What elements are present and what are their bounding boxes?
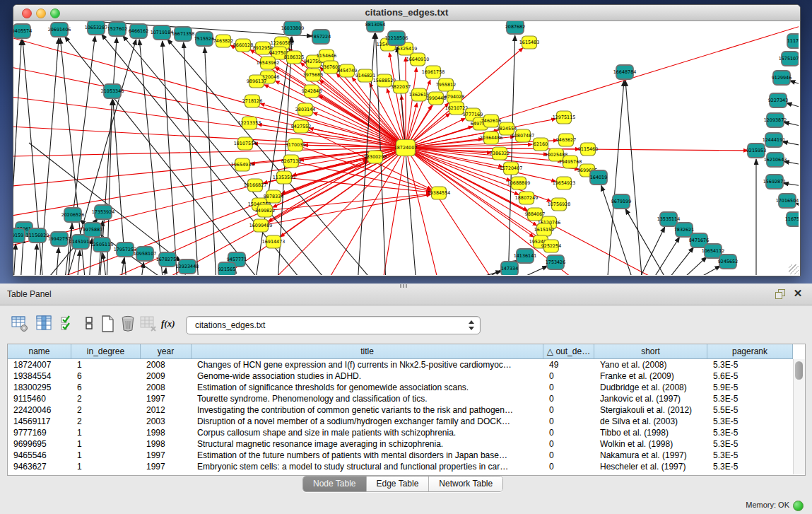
column-header-short[interactable]: short — [594, 344, 707, 358]
column-header-out_de[interactable]: △ out_de… — [543, 344, 594, 358]
graph-node[interactable]: 8267130 — [281, 155, 301, 168]
graph-node[interactable]: 147334 — [501, 262, 518, 275]
new-table-icon[interactable] — [99, 315, 117, 333]
graph-node[interactable]: 16648784 — [613, 65, 637, 79]
table-row[interactable]: 977716911998Corpus callosum shape and si… — [8, 427, 793, 438]
column-header-pagerank[interactable]: pagerank — [707, 344, 793, 358]
column-header-title[interactable]: title — [192, 344, 543, 358]
graph-node[interactable]: 16914473 — [262, 235, 286, 248]
graph-node[interactable]: 9129946 — [772, 71, 792, 85]
graph-node[interactable]: 18724007 — [394, 140, 418, 156]
graph-node[interactable]: 3975685 — [303, 69, 323, 81]
graph-node[interactable]: 1527602 — [107, 22, 127, 36]
graph-node[interactable]: 12213353 — [238, 117, 261, 129]
row-height-icon[interactable] — [81, 315, 99, 333]
scrollbar-thumb[interactable] — [795, 361, 803, 380]
network-graph-canvas[interactable]: 1872400774638228660128891295412260588942… — [13, 21, 799, 275]
graph-node[interactable]: 10958107 — [134, 247, 157, 261]
graph-node[interactable]: 16210643 — [764, 153, 787, 167]
graph-node[interactable]: 3170039 — [286, 139, 305, 151]
table-selector-dropdown[interactable]: citations_edges.txt — [186, 316, 481, 334]
graph-node[interactable]: 19942757 — [48, 232, 71, 246]
close-panel-icon[interactable]: ✕ — [792, 288, 804, 299]
graph-node[interactable]: 7463822 — [213, 35, 233, 47]
graph-node[interactable]: 15692871 — [763, 175, 787, 189]
graph-node[interactable]: 14136141 — [514, 249, 537, 263]
graph-node[interactable]: 1167533 — [785, 212, 799, 226]
graph-node[interactable]: 8813054 — [365, 21, 385, 32]
graph-node[interactable]: 21053346 — [101, 84, 124, 98]
graph-node[interactable]: 10719184 — [151, 25, 174, 40]
graph-node[interactable]: 9242848 — [302, 85, 322, 98]
graph-node[interactable]: 17353924 — [92, 205, 115, 219]
graph-node[interactable]: 9896137 — [247, 75, 266, 88]
graph-node[interactable]: 62160 — [534, 138, 548, 151]
graph-node[interactable]: 8660128 — [233, 39, 253, 52]
graph-node[interactable]: 111725 — [787, 34, 799, 48]
graph-node[interactable]: 19384554 — [428, 187, 451, 199]
citation-network-graph[interactable]: 1872400774638228660128891295412260588942… — [13, 21, 799, 275]
table-row[interactable]: 946362711997Embryonic stem cells: a mode… — [8, 461, 793, 472]
select-columns-icon[interactable] — [35, 315, 54, 333]
graph-node[interactable]: 17016504 — [776, 194, 799, 208]
graph-node[interactable]: 9252254 — [541, 240, 561, 252]
table-row[interactable]: 1938455462009Genome-wide association stu… — [8, 370, 793, 382]
graph-node[interactable]: 7515526 — [194, 32, 214, 46]
graph-node[interactable]: 1990448 — [426, 92, 446, 105]
graph-node[interactable]: 8679199 — [611, 194, 631, 209]
table-row[interactable]: 969969511998Structural magnetic resonanc… — [8, 438, 793, 450]
table-row[interactable]: 1830029562008Estimation of significance … — [8, 382, 793, 393]
graph-node[interactable]: 8427552 — [291, 120, 311, 133]
graph-node[interactable]: 7857224 — [311, 30, 331, 44]
graph-node[interactable]: 20691406 — [48, 23, 71, 37]
table-row[interactable]: 946554611997Estimation of the future num… — [8, 450, 793, 461]
graph-node[interactable]: 8186325 — [284, 51, 304, 64]
graph-node[interactable]: 164019 — [590, 170, 607, 185]
graph-node[interactable]: 9245652 — [718, 255, 738, 269]
tab-node-table[interactable]: Node Table — [303, 477, 367, 491]
graph-node[interactable]: 1615152 — [534, 223, 554, 236]
table-row[interactable]: 1456911722003Disruption of a novel membe… — [8, 416, 793, 427]
graph-node[interactable]: 9463627 — [556, 134, 576, 146]
graph-node[interactable]: 1753426 — [546, 255, 565, 269]
graph-node[interactable]: 9975887 — [83, 223, 102, 237]
graph-node[interactable]: 19654923 — [553, 177, 576, 189]
select-all-rows-icon[interactable] — [59, 315, 78, 333]
table-settings-icon[interactable] — [11, 315, 29, 333]
graph-node[interactable]: 10756928 — [548, 198, 571, 211]
graph-node[interactable]: 16671358 — [172, 27, 195, 41]
window-titlebar[interactable]: citations_edges.txt — [13, 5, 800, 21]
column-header-name[interactable]: name — [8, 344, 71, 358]
function-builder-icon[interactable]: f(x) — [161, 315, 180, 333]
graph-node[interactable]: 2803144 — [295, 103, 315, 116]
graph-node[interactable]: 6466162 — [129, 24, 148, 38]
window-resize-grip[interactable] — [789, 264, 799, 274]
graph-node[interactable]: 6794028 — [445, 90, 464, 103]
column-header-in_degree[interactable]: in_degree — [71, 344, 141, 358]
graph-node[interactable]: 19654935 — [231, 158, 254, 171]
graph-node[interactable]: 1615483 — [519, 36, 539, 49]
column-header-year[interactable]: year — [141, 344, 192, 358]
graph-node[interactable]: 921565 — [218, 262, 235, 275]
graph-node[interactable]: 7955812 — [436, 78, 456, 91]
graph-node[interactable]: 16961758 — [422, 66, 445, 78]
graph-node[interactable]: 11156829 — [26, 228, 49, 243]
graph-node[interactable]: 9215953 — [746, 144, 766, 158]
graph-node[interactable]: 3822037 — [391, 81, 411, 93]
graph-node[interactable]: 8454749 — [337, 64, 357, 77]
graph-node[interactable]: 12444191 — [763, 133, 786, 147]
splitter-handle[interactable] — [400, 284, 407, 288]
tab-edge-table[interactable]: Edge Table — [367, 477, 430, 491]
graph-node[interactable]: 18807249 — [515, 192, 539, 204]
graph-node[interactable]: 11353593 — [273, 171, 296, 184]
graph-node[interactable]: 12218506 — [385, 31, 408, 45]
table-row[interactable]: 2242004622012Investigating the contribut… — [8, 404, 793, 416]
graph-node[interactable]: 9405574 — [13, 24, 32, 38]
graph-node[interactable]: 3499822 — [255, 204, 275, 217]
tab-network-table[interactable]: Network Table — [429, 477, 502, 491]
graph-node[interactable]: 1154646 — [317, 49, 336, 62]
table-row[interactable]: 1872400712008Changes of HCN gene express… — [8, 359, 793, 370]
graph-node[interactable]: 2087682 — [505, 21, 525, 34]
graph-node[interactable]: 9227343 — [768, 93, 788, 107]
graph-node[interactable]: 39159 — [13, 228, 25, 243]
